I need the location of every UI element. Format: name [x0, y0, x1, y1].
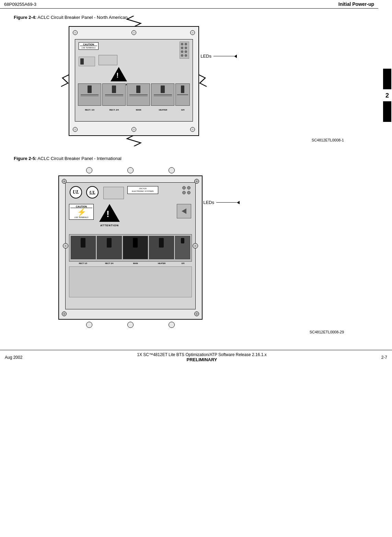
intl-breaker-label-3: MAIN — [123, 262, 148, 264]
intl-breaker-3-toggle — [133, 238, 138, 248]
cable-bottom-na — [124, 135, 144, 146]
footer-page-number: 2-7 — [381, 355, 387, 360]
led-7 — [181, 54, 183, 57]
intl-breaker-5-toggle — [181, 238, 184, 243]
intl-top-circles — [58, 167, 203, 173]
intl-led-area — [182, 186, 191, 194]
intl-attention-text: ATTENTION — [100, 224, 119, 227]
intl-led-4 — [187, 191, 191, 194]
intl-breaker-4-toggle — [159, 238, 164, 248]
figure1-container: + + + + + + CAUTION LIV — [14, 26, 358, 142]
brand-line2: ELECTRONIC SYSTEMS — [129, 190, 156, 193]
intl-breaker-1 — [71, 236, 96, 259]
intl-bottom-circles — [58, 322, 203, 328]
led-grid-na — [180, 42, 189, 59]
na-small-display — [99, 55, 117, 65]
led-3 — [181, 47, 183, 49]
screw-tm: + — [131, 30, 136, 35]
intl-screw-left: + — [63, 243, 68, 249]
page-header: 68P09255A69-3 Initial Power-up — [0, 0, 378, 9]
intl-breaker-1-toggle — [81, 238, 85, 248]
caution-label: CAUTION LIVE TERMINALS — [79, 42, 99, 50]
breaker-2 — [102, 83, 126, 106]
intl-bottom-box — [69, 266, 192, 297]
intl-caution-box: CAUTION ⚡ LIVE TERMINALS — [69, 204, 94, 220]
attention-triangle: ! — [111, 67, 127, 81]
figure2-title: Figure 2-5: ACLC Circuit Breaker Panel -… — [14, 156, 358, 161]
circle-bottom-1 — [86, 322, 92, 328]
intl-breaker-2 — [97, 236, 122, 259]
intl-lightning: ⚡ — [70, 208, 92, 216]
brand-label: JOCYLN ELECTRONIC SYSTEMS — [127, 186, 158, 194]
intl-breaker-5 — [175, 236, 191, 259]
na-panel-inner: CAUTION LIVE TERMINALS — [75, 39, 193, 122]
sidebar-chapter-number: 2 — [385, 92, 389, 99]
led-6 — [185, 50, 187, 53]
sidebar-black-top — [383, 69, 391, 89]
intl-led-2 — [187, 186, 191, 190]
footer-center: 1X SC™4812ET Lite BTS Optimization/ATP S… — [137, 352, 267, 362]
cable-left-na — [58, 71, 69, 90]
intl-outer-screw-bl: + — [62, 311, 67, 316]
led-4 — [185, 47, 187, 49]
leds-arrowhead-1 — [234, 55, 237, 58]
intl-breaker-label-4: HEATER — [149, 262, 174, 264]
figure1-sc-number: SC4812ETL0008-1 — [14, 138, 344, 142]
circle-bottom-2 — [127, 322, 134, 328]
intl-breaker-3 — [123, 236, 148, 259]
intl-attention-area: ! ATTENTION — [99, 204, 120, 227]
leds-text-1: LEDs — [200, 54, 211, 59]
intl-screw-right: + — [193, 243, 198, 249]
intl-right-box-arrow — [182, 208, 186, 214]
leds-arrow-line-2 — [216, 202, 237, 203]
breaker-4 — [151, 83, 174, 106]
sidebar-black-bottom — [383, 101, 391, 122]
circle-top-2 — [127, 167, 134, 173]
intl-breaker-label-1: RECT 1/3 — [70, 262, 95, 264]
header-title: Initial Power-up — [338, 1, 374, 7]
leds-callout-2: LEDs — [203, 200, 240, 205]
led-5 — [181, 50, 183, 53]
intl-input-box — [103, 187, 124, 199]
header-doc-number: 68P09255A69-3 — [4, 2, 36, 7]
breaker-1 — [78, 83, 101, 106]
figure1-title: Figure 2-4: ACLC Circuit Breaker Panel -… — [14, 15, 358, 20]
intl-live-terminals: LIVE TERMINALS — [70, 216, 92, 218]
intl-breaker-label-5: GFI — [175, 262, 191, 264]
figure2-container: UL UL JOCYLN ELECTRONIC SYSTEMS — [14, 167, 358, 334]
intl-outer-screw-br: + — [194, 311, 199, 316]
section-gap — [14, 146, 358, 156]
ul-badge-2: UL — [86, 186, 99, 198]
led-2 — [185, 43, 187, 45]
screw-br: + — [190, 127, 195, 132]
na-toggle-switch — [79, 57, 95, 66]
intl-breaker-2-toggle — [107, 238, 112, 248]
intl-attention-triangle: ! — [99, 204, 120, 222]
na-breakers-area: RECT. 1/3 RECT. 2/4 MAIN HEATER GFI — [78, 83, 190, 111]
ul-label: UL — [89, 190, 95, 195]
intl-right-box — [177, 204, 191, 218]
sidebar-tab: 2 — [382, 69, 392, 122]
ul-badges: UL UL — [70, 186, 99, 198]
live-terminals-text: LIVE TERMINALS — [80, 47, 97, 49]
leds-arrow-line-1 — [214, 56, 234, 56]
breaker-label-1: RECT. 1/3 — [78, 109, 101, 111]
ul-badge-1: UL — [70, 186, 82, 198]
page-footer: Aug 2002 1X SC™4812ET Lite BTS Optimizat… — [0, 350, 392, 364]
toggle-handle — [80, 58, 84, 65]
footer-date: Aug 2002 — [5, 355, 22, 360]
breaker-label-2: RECT. 2/4 — [102, 109, 126, 111]
caution-text: CAUTION — [80, 43, 97, 46]
intl-breakers-area: RECT 1/3 RECT 2/4 MAIN HEATER GFI — [69, 234, 192, 297]
brand-line1: JOCYLN — [129, 187, 156, 190]
figure1-title-rest: ACLC Circuit Breaker Panel - North Ameri… — [36, 15, 127, 20]
intl-outer-screw-tl: + — [62, 179, 67, 184]
page-wrapper: 68P09255A69-3 Initial Power-up 2 Figure … — [0, 0, 392, 364]
circle-top-3 — [169, 167, 175, 173]
na-panel-outer: + + + + + + CAUTION LIV — [69, 26, 199, 136]
footer-product-line: 1X SC™4812ET Lite BTS Optimization/ATP S… — [137, 352, 267, 357]
intl-panel-inner: UL UL JOCYLN ELECTRONIC SYSTEMS — [65, 182, 196, 309]
figure2-sc-number: SC4812ETL0008-29 — [14, 330, 344, 334]
intl-panel-outer: UL UL JOCYLN ELECTRONIC SYSTEMS — [58, 175, 203, 320]
breaker-label-4: HEATER — [151, 109, 175, 111]
